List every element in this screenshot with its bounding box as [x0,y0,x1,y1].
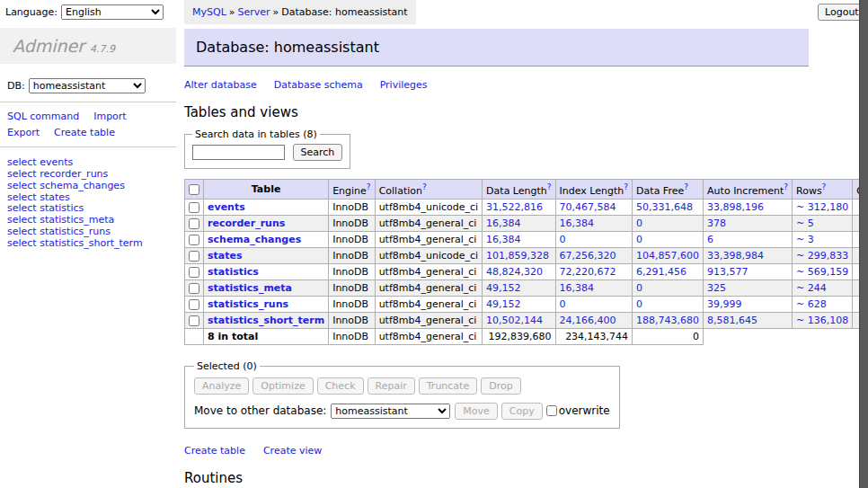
optimize-button[interactable]: Optimize [252,377,313,395]
table-row-schema-changes: schema_changes InnoDB utf8mb4_general_ci… [185,231,868,247]
select-all-checkbox[interactable] [189,184,199,195]
breadcrumb-server-link[interactable]: Server [238,6,270,18]
breadcrumb-separator: » [273,6,279,18]
db-label: DB: [7,80,25,92]
overwrite-option[interactable]: overwrite [546,404,610,417]
row-checkbox[interactable] [189,251,199,262]
help-link[interactable]: ? [684,182,688,191]
search-input[interactable] [192,145,285,160]
cell-collation: utf8mb4_general_ci [375,215,482,231]
sidebar-divider-bottom [0,146,176,147]
cell-collation: utf8mb4_general_ci [375,296,482,312]
help-link[interactable]: ? [422,182,427,191]
tables-list-table: Table Engine? Collation? Data Length? In… [184,179,868,345]
search-legend: Search data in tables (8) [192,129,320,140]
column-header-auto-increment: Auto Increment? [704,180,793,200]
selected-fieldset: Selected (0) AnalyzeOptimizeCheckRepairT… [184,360,620,429]
row-checkbox[interactable] [189,235,199,245]
cell-collation: utf8mb4_general_ci [375,279,482,296]
sidebar-divider-top [0,102,176,102]
sidebar-item-select-statistics-runs[interactable]: select statistics_runs [7,226,176,238]
truncate-button[interactable]: Truncate [419,377,477,395]
row-checkbox[interactable] [189,283,199,294]
cell-rows: ~ 244 [793,279,853,296]
database-schema-link[interactable]: Database schema [274,79,363,91]
help-link[interactable]: ? [367,182,371,191]
analyze-button[interactable]: Analyze [194,377,249,395]
cell-data-free: 188,743,680 [633,312,704,328]
sidebar-actions: SQL commandImport ExportCreate table [7,109,176,140]
drop-button[interactable]: Drop [481,377,520,395]
cell-data-length: 16,384 [483,215,555,231]
sidebar-export-link[interactable]: Export [7,127,40,138]
cell-data-free: 0 [633,296,704,312]
cell-auto-increment: 6 [704,231,793,247]
check-button[interactable]: Check [317,377,364,395]
sidebar-item-select-schema-changes[interactable]: select schema_changes [7,181,176,192]
row-checkbox[interactable] [189,267,199,278]
cell-data-free: 0 [633,231,704,247]
table-link[interactable]: recorder_runs [208,217,285,229]
table-link[interactable]: statistics [208,266,259,278]
routines-heading: Routines [184,470,813,486]
selected-legend: Selected (0) [194,360,260,372]
cell-index-length: 24,166,400 [555,312,633,328]
row-checkbox[interactable] [189,218,199,229]
sidebar-import-link[interactable]: Import [93,111,127,122]
cell-engine: InnoDB [329,263,375,279]
sidebar-item-select-statistics-short-term[interactable]: select statistics_short_term [7,238,176,250]
table-link[interactable]: statistics_meta [208,282,292,294]
move-row: Move to other database:homeassistantMove… [194,403,610,420]
column-header-data-length: Data Length? [483,180,555,200]
cell-collation: utf8mb4_unicode_ci [375,199,482,215]
row-checkbox[interactable] [189,299,199,310]
help-link[interactable]: ? [784,182,788,191]
alter-database-link[interactable]: Alter database [184,79,257,91]
sidebar-create-table-link[interactable]: Create table [54,127,115,138]
column-header-table: Table [204,180,329,200]
cell-data-free: 0 [633,279,704,296]
create-view-link[interactable]: Create view [263,445,322,457]
copy-button[interactable]: Copy [501,403,543,420]
tables-and-views-heading: Tables and views [184,104,813,120]
breadcrumb-mysql-link[interactable]: MySQL [192,6,226,18]
table-link[interactable]: events [208,201,245,213]
cell-auto-increment: 913,577 [704,263,793,279]
privileges-link[interactable]: Privileges [380,79,428,91]
cell-data-length: 10,502,144 [483,312,555,328]
table-link[interactable]: states [208,250,243,262]
row-checkbox[interactable] [189,202,199,213]
sidebar-item-select-recorder-runs[interactable]: select recorder_runs [7,169,176,181]
db-select[interactable]: homeassistant [29,78,146,93]
overwrite-checkbox[interactable] [546,405,557,416]
cell-data-length: 49,152 [483,279,555,296]
column-header-rows: Rows? [793,180,853,200]
search-button[interactable]: Search [293,144,343,161]
table-row-statistics-meta: statistics_meta InnoDB utf8mb4_general_c… [185,279,868,296]
create-table-link[interactable]: Create table [184,445,245,457]
table-row-events: events InnoDB utf8mb4_unicode_ci 31,522,… [185,199,868,215]
cell-engine: InnoDB [329,279,375,296]
help-link[interactable]: ? [822,182,827,191]
language-select[interactable]: English [61,4,164,20]
language-row: Language:English [5,4,176,20]
move-button[interactable]: Move [455,403,498,420]
help-link[interactable]: ? [624,182,628,191]
cell-data-free: 6,291,456 [633,263,704,279]
vertical-scrollbar[interactable] [859,0,868,488]
sidebar-sql-command-link[interactable]: SQL command [7,111,79,122]
total-label: 8 in total [204,328,329,344]
total-data-length: 192,839,680 [483,328,555,344]
table-link[interactable]: statistics_short_term [208,315,324,326]
table-link[interactable]: statistics_runs [208,298,288,310]
selected-buttons: AnalyzeOptimizeCheckRepairTruncateDrop [194,377,610,395]
help-link[interactable]: ? [547,182,552,191]
cell-index-length: 16,384 [555,215,633,231]
repair-button[interactable]: Repair [368,377,415,395]
sidebar-table-links: select events select recorder_runs selec… [7,157,176,249]
move-database-select[interactable]: homeassistant [331,404,450,419]
table-row-statistics: statistics InnoDB utf8mb4_general_ci 48,… [185,263,868,279]
database-actions: Alter databaseDatabase schemaPrivileges [184,79,813,91]
table-link[interactable]: schema_changes [208,234,301,245]
row-checkbox[interactable] [189,315,199,326]
